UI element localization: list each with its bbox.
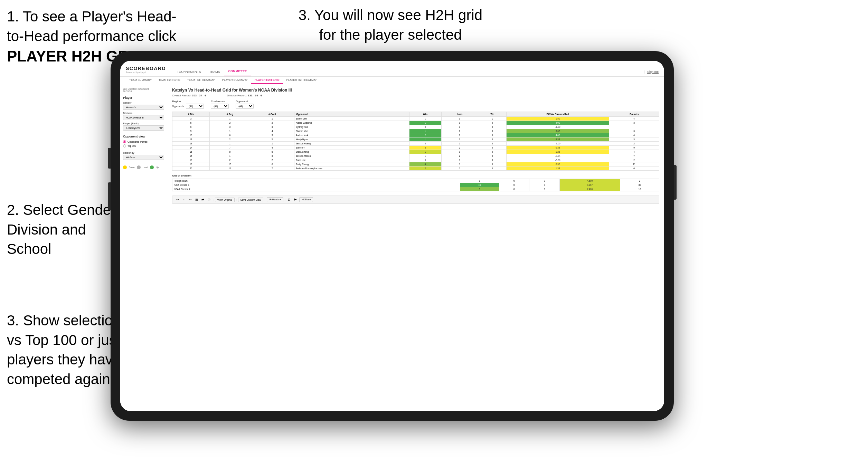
opponent-view-label: Opponent view [123,135,164,138]
player-section-title: Player [123,96,164,99]
table-row: 6 3 3 Sydney Kuo 0 1 0 -1.00 [172,125,659,129]
grid-btn[interactable]: ⊞ [194,198,199,202]
col-loss: Loss [441,112,478,117]
out-division-row: NAIA Division 1 15 0 0 9.267 30 [172,183,659,187]
redo-btn[interactable]: ↪ [188,198,193,202]
col-reg: # Reg [210,112,250,117]
out-division-table: Foreign Team 1 0 0 4.500 2 NAIA Division… [172,179,659,191]
col-conf: # Conf [250,112,294,117]
col-tie: Tie [478,112,507,117]
out-division-row: Foreign Team 1 0 0 4.500 2 [172,179,659,183]
expand-btn[interactable]: ⊡ [287,198,292,202]
conference-select[interactable]: (All) [211,104,229,109]
nav-teams[interactable]: TEAMS [205,68,224,76]
bottom-toolbar: ↩ ← ↪ ⊞ ⇄ ◷ | View: Original | Save Cust… [172,196,659,204]
save-custom-view-btn[interactable]: Save Custom View [238,198,263,202]
table-row: 11 2 5 Heejo Hyun 1 0 0 3.33 3 [172,137,659,142]
filter-row: Region Opponents: (All) Conference [172,100,659,109]
main-nav: TOURNAMENTS TEAMS COMMITTEE [173,67,644,76]
col-diff: Diff Av Strokes/Rnd [507,112,609,117]
subnav-team-summary[interactable]: TEAM SUMMARY [126,77,155,84]
col-opponent: Opponent [294,112,409,117]
gender-select[interactable]: Women's Men's [123,105,164,110]
radio-opponents-label: Opponents Played [128,141,148,143]
out-of-division-label: Out of division [172,174,659,177]
table-row: 13 1 1 Jessica Huang 0 1 0 -3.00 2 [172,142,659,146]
opponents-label: Opponents: [172,105,185,107]
subnav-player-h2h-grid[interactable]: PLAYER H2H GRID [251,77,283,84]
legend-level-label: Level [143,166,148,169]
clock-btn[interactable]: ◷ [207,198,211,202]
left-panel: Last Updated: 27/03/2024 16:55:38 Player… [120,84,167,411]
view-original-btn[interactable]: View: Original [215,198,235,202]
table-row: 15 8 5 Stella Cheng 1 0 0 1.25 4 [172,150,659,154]
nav-committee[interactable]: COMMITTEE [224,67,251,76]
col-rounds: Rounds [609,112,659,117]
nav-right: | Sign out [644,70,659,76]
top-nav: SCOREBOARD Powered by clippd TOURNAMENTS… [120,61,664,77]
division-label: Division [123,112,164,114]
tablet: SCOREBOARD Powered by clippd TOURNAMENTS… [111,51,674,421]
watch-btn[interactable]: 👁 Watch ▾ [267,197,283,202]
nav-tournaments[interactable]: TOURNAMENTS [173,68,205,76]
logo-sub: Powered by clippd [126,71,166,74]
col-win: Win [409,112,441,117]
division-record: Division Record: 331 - 34 - 6 [227,94,262,97]
opponent-select[interactable]: (All) [236,104,254,109]
region-label: Region [172,100,204,103]
records-row: Overall Record: 353 - 34 - 6 Division Re… [172,94,659,97]
subnav-player-h2h-heatmap[interactable]: PLAYER H2H HEATMAP [283,77,321,84]
radio-top100-label: Top 100 [128,145,136,147]
back-btn[interactable]: ← [181,198,187,202]
data-area: Katelyn Vo Head-to-Head Grid for Women's… [167,84,664,411]
table-row: 14 7 4 Eunice Yi 2 2 0 0.38 9 [172,146,659,150]
table-row: 3 1 1 Esther Lee 1 0 1 1.50 4 [172,117,659,121]
table-row: 18 2 2 Euna Lee 0 1 0 -5.00 2 [172,158,659,162]
legend-up-dot [150,165,154,169]
split-left-btn[interactable]: ⊢ [293,198,298,202]
region-filter: Region Opponents: (All) [172,100,204,109]
instruction-3-top: 3. You will now see H2H gridfor the play… [270,6,511,45]
legend-down-label: Down [129,166,135,169]
sub-nav: TEAM SUMMARY TEAM H2H GRID TEAM H2H HEAT… [120,77,664,84]
data-title: Katelyn Vo Head-to-Head Grid for Women's… [172,88,659,93]
col-div: # Div [172,112,210,117]
subnav-team-h2h-heatmap[interactable]: TEAM H2H HEATMAP [184,77,219,84]
table-row: 9 1 4 Sharon Mun 1 0 0 3.67 3 [172,129,659,133]
gender-label: Gender [123,102,164,104]
player-rank-label: Player (Rank) [123,122,164,125]
division-select[interactable]: NCAA Division III NCAA Division I NCAA D… [123,115,164,120]
logo-area: SCOREBOARD Powered by clippd [126,66,166,76]
logo-text: SCOREBOARD [126,66,166,71]
colour-by-label: Colour by [123,152,164,154]
undo-btn[interactable]: ↩ [175,198,180,202]
legend-down-dot [123,165,127,169]
radio-opponents-played[interactable]: Opponents Played [123,140,164,143]
subnav-player-summary[interactable]: PLAYER SUMMARY [219,77,251,84]
share-btn[interactable]: ⊣ Share [299,197,313,202]
player-rank-select[interactable]: 8. Katelyn Vo [123,125,164,131]
table-row: 20 11 7 Federica Domecq Lacroze 2 1 0 1.… [172,166,659,171]
table-row: 10 6 3 Andrea York 2 0 0 4.00 4 [172,133,659,137]
nav-separator: | [644,70,644,74]
swap-btn[interactable]: ⇄ [200,198,205,202]
region-select[interactable]: (All) [186,104,204,109]
timestamp: Last Updated: 27/03/2024 16:55:38 [123,88,164,93]
out-division-row: NCAA Division 2 5 0 0 7.400 10 [172,187,659,191]
opponent-filter: Opponent (All) [236,100,254,109]
table-row: 5 2 2 Alexis Sudjianto 1 0 0 4.00 3 [172,121,659,125]
conference-filter: Conference (All) [211,100,229,109]
table-row: 16 1 3 Jessica Mason 1 2 0 -0.94 7 [172,154,659,158]
colour-by-select[interactable]: Win/loss [123,155,164,160]
legend-up-label: Up [156,166,159,169]
legend-level-dot [137,165,141,169]
legend-area: Down Level Up [123,165,164,169]
sign-out-link[interactable]: Sign out [647,70,659,74]
subnav-team-h2h-grid[interactable]: TEAM H2H GRID [155,77,184,84]
conference-label: Conference [211,100,229,103]
overall-record: Overall Record: 353 - 34 - 6 [172,94,206,97]
h2h-table: # Div # Reg # Conf Opponent Win Loss Tie… [172,112,659,171]
tablet-screen: SCOREBOARD Powered by clippd TOURNAMENTS… [120,61,664,411]
opponent-label: Opponent [236,100,254,103]
radio-top100[interactable]: Top 100 [123,144,164,147]
